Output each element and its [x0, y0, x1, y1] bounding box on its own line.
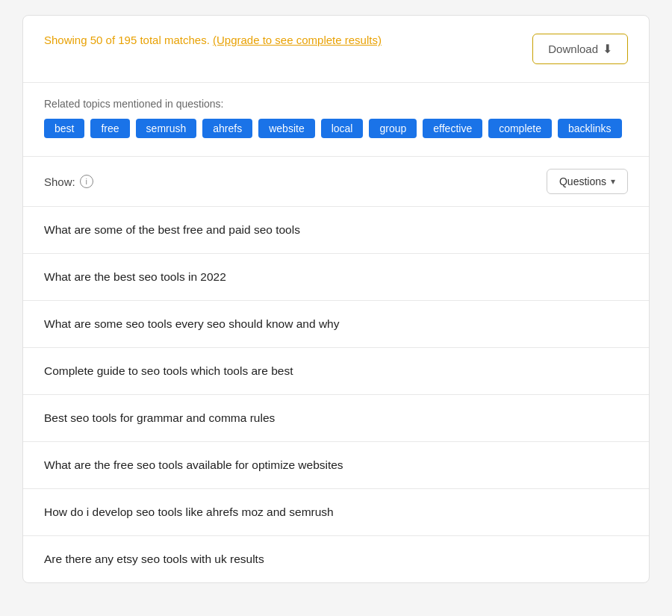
main-container: Showing 50 of 195 total matches. (Upgrad…	[22, 15, 650, 583]
question-item[interactable]: How do i develop seo tools like ahrefs m…	[23, 489, 649, 536]
dropdown-label: Questions	[559, 175, 606, 187]
show-section: Show: i Questions ▾	[23, 157, 649, 207]
topic-tag[interactable]: free	[90, 119, 129, 138]
question-item[interactable]: What are some seo tools every seo should…	[23, 301, 649, 348]
question-item[interactable]: What are the best seo tools in 2022	[23, 254, 649, 301]
topic-tag[interactable]: complete	[488, 119, 552, 138]
questions-dropdown[interactable]: Questions ▾	[547, 169, 628, 194]
match-count-text: Showing 50 of 195 total matches.	[44, 34, 210, 46]
question-item[interactable]: What are the free seo tools available fo…	[23, 442, 649, 489]
upgrade-link[interactable]: (Upgrade to see complete results)	[213, 34, 382, 46]
topic-tag[interactable]: website	[258, 119, 314, 138]
show-text: Show:	[44, 175, 75, 188]
question-item[interactable]: What are some of the best free and paid …	[23, 207, 649, 254]
topic-tag[interactable]: backlinks	[558, 119, 622, 138]
download-icon: ⬇	[603, 42, 612, 56]
match-info: Showing 50 of 195 total matches. (Upgrad…	[44, 34, 532, 47]
question-item[interactable]: Are there any etsy seo tools with uk res…	[23, 536, 649, 582]
show-label: Show: i	[44, 175, 93, 188]
topic-tag[interactable]: semrush	[136, 119, 197, 138]
topics-label: Related topics mentioned in questions:	[44, 98, 628, 110]
download-label: Download	[548, 43, 598, 55]
topic-tag[interactable]: group	[369, 119, 417, 138]
header-section: Showing 50 of 195 total matches. (Upgrad…	[23, 16, 649, 83]
topic-tag[interactable]: ahrefs	[202, 119, 252, 138]
match-count: Showing 50 of 195 total matches. (Upgrad…	[44, 34, 382, 46]
topics-tags: bestfreesemrushahrefswebsitelocalgroupef…	[44, 119, 628, 138]
download-button[interactable]: Download ⬇	[532, 34, 628, 64]
topic-tag[interactable]: best	[44, 119, 84, 138]
topic-tag[interactable]: local	[321, 119, 364, 138]
topic-tag[interactable]: effective	[423, 119, 482, 138]
topics-section: Related topics mentioned in questions: b…	[23, 83, 649, 157]
chevron-down-icon: ▾	[611, 176, 615, 187]
questions-list: What are some of the best free and paid …	[23, 207, 649, 582]
info-icon[interactable]: i	[80, 175, 93, 188]
question-item[interactable]: Best seo tools for grammar and comma rul…	[23, 395, 649, 442]
question-item[interactable]: Complete guide to seo tools which tools …	[23, 348, 649, 395]
